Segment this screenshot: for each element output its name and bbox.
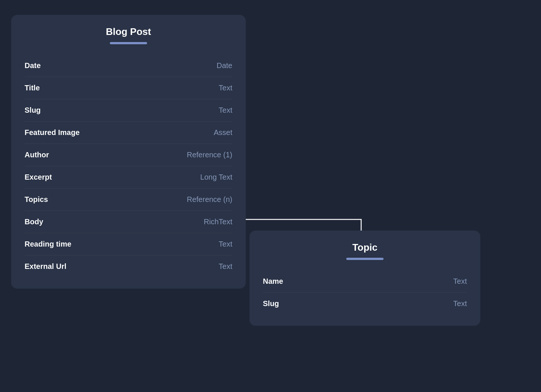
- blog-post-title: Blog Post: [25, 26, 232, 38]
- blog-post-underline: [110, 42, 147, 44]
- field-type-reading-time: Text: [219, 240, 232, 248]
- field-slug: Slug Text: [25, 99, 232, 122]
- field-name-slug: Slug: [25, 106, 41, 115]
- topic-field-slug-label: Slug: [263, 299, 279, 308]
- field-type-title: Text: [219, 84, 232, 92]
- topic-card: Topic Name Text Slug Text: [249, 231, 480, 326]
- field-reading-time: Reading time Text: [25, 233, 232, 256]
- field-body: Body RichText: [25, 211, 232, 233]
- field-excerpt: Excerpt Long Text: [25, 166, 232, 189]
- field-type-slug: Text: [219, 106, 232, 115]
- blog-post-card: Blog Post Date Date Title Text Slug Text…: [11, 15, 246, 289]
- field-featured-image: Featured Image Asset: [25, 122, 232, 144]
- field-type-topics: Reference (n): [187, 195, 232, 204]
- field-type-date: Date: [217, 61, 232, 70]
- field-name-topics: Topics: [25, 195, 48, 204]
- topic-underline: [346, 258, 384, 260]
- field-name-excerpt: Excerpt: [25, 173, 52, 181]
- field-name-featured-image: Featured Image: [25, 128, 80, 137]
- field-type-body: RichText: [204, 218, 232, 226]
- canvas: Blog Post Date Date Title Text Slug Text…: [0, 0, 541, 392]
- field-name-title: Title: [25, 84, 40, 92]
- topic-field-name-label: Name: [263, 277, 283, 286]
- field-name-date: Date: [25, 61, 41, 70]
- field-name-author: Author: [25, 151, 49, 159]
- topic-title: Topic: [263, 242, 467, 253]
- field-topics: Topics Reference (n): [25, 189, 232, 211]
- field-name-external-url: External Url: [25, 262, 66, 271]
- field-date: Date Date: [25, 55, 232, 77]
- field-type-excerpt: Long Text: [200, 173, 232, 181]
- topic-field-slug-type: Text: [453, 299, 467, 308]
- field-external-url: External Url Text: [25, 256, 232, 277]
- topic-field-name-type: Text: [453, 277, 467, 286]
- topic-field-name: Name Text: [263, 270, 467, 293]
- field-type-featured-image: Asset: [214, 128, 232, 137]
- field-author: Author Reference (1): [25, 144, 232, 166]
- field-name-body: Body: [25, 218, 43, 226]
- topic-field-slug: Slug Text: [263, 293, 467, 315]
- field-title: Title Text: [25, 77, 232, 99]
- field-name-reading-time: Reading time: [25, 240, 71, 248]
- field-type-author: Reference (1): [187, 151, 232, 159]
- field-type-external-url: Text: [219, 262, 232, 271]
